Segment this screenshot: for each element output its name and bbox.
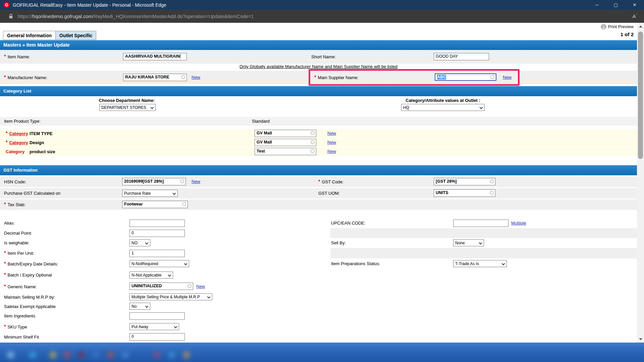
minimum-shelf-fit-row: Minimum Shelf Fit 0 bbox=[0, 333, 637, 342]
lookup-icon[interactable] bbox=[187, 284, 192, 288]
scroll-down-button[interactable] bbox=[637, 336, 644, 343]
category-row-design: *Category Design GV Mall New bbox=[0, 138, 637, 147]
tab-general-information[interactable]: General Information bbox=[3, 31, 56, 40]
alias-input[interactable] bbox=[129, 220, 185, 227]
decimal-point-input[interactable]: 0 bbox=[129, 230, 185, 237]
manufacturer-row: *Manufacturer Name: RAJU KIRANA STORE Ne… bbox=[0, 71, 637, 84]
item-product-type-value: Standard bbox=[252, 117, 270, 126]
required-marker: * bbox=[4, 201, 6, 207]
category-item-type-new-link[interactable]: New bbox=[327, 131, 336, 136]
hsn-code-input[interactable]: 20169099[GST 28%] bbox=[122, 178, 186, 185]
read-aloud-icon[interactable]: A bbox=[633, 13, 637, 19]
manufacturer-name-label: *Manufacturer Name: bbox=[4, 71, 47, 84]
maximize-button[interactable]: ▢ bbox=[606, 0, 625, 10]
chevron-down-icon bbox=[480, 106, 483, 109]
batch-expiry-details-select[interactable]: N-NotRequired bbox=[129, 260, 189, 267]
selected-text: ABC bbox=[437, 75, 446, 79]
windows-taskbar[interactable] bbox=[0, 343, 644, 362]
print-preview-button[interactable]: Print Preview bbox=[601, 24, 634, 29]
browser-window: G GOFRUGAL RetailEasy - Item Master Upda… bbox=[0, 0, 644, 362]
generic-name-new-link[interactable]: New bbox=[196, 284, 205, 289]
lookup-icon[interactable] bbox=[182, 202, 186, 206]
purchase-gst-select[interactable]: Purchase Rate bbox=[122, 190, 178, 197]
maintain-mrp-label: Maintain Selling M.R.P by: bbox=[4, 292, 55, 302]
category-label: Category bbox=[6, 149, 24, 154]
minimize-button[interactable]: ─ bbox=[588, 0, 606, 10]
item-per-unit-input[interactable]: 1 bbox=[129, 250, 185, 257]
main-supplier-new-link[interactable]: New bbox=[503, 75, 512, 80]
department-select[interactable]: DEPARTMENT STORES bbox=[99, 104, 156, 111]
item-ingredients-row: Item Ingredients bbox=[0, 311, 637, 321]
lookup-icon[interactable] bbox=[311, 140, 315, 144]
item-product-type-row: Item Product Type: Standard bbox=[0, 117, 637, 126]
lookup-icon[interactable] bbox=[311, 131, 315, 135]
is-weighable-label: Is weighable: bbox=[4, 238, 30, 248]
item-preparations-status-select[interactable]: T-Trade As Is bbox=[453, 260, 507, 267]
minimum-shelf-fit-label: Minimum Shelf Fit bbox=[4, 333, 39, 342]
site-security-icon[interactable] bbox=[9, 14, 13, 19]
chevron-down-icon bbox=[479, 241, 482, 245]
category-product-size-new-link[interactable]: New bbox=[327, 149, 336, 154]
chevron-down-icon bbox=[174, 325, 177, 328]
sku-type-label: *SKU Type bbox=[4, 321, 27, 333]
sku-type-select[interactable]: Put Away bbox=[129, 323, 179, 330]
window-controls: ─ ▢ ✕ bbox=[588, 0, 644, 10]
manufacturer-new-link[interactable]: New bbox=[192, 75, 200, 80]
scrollbar-thumb[interactable] bbox=[638, 32, 643, 159]
gst-uom-input[interactable]: UNITS bbox=[434, 189, 495, 197]
main-supplier-name-label: *Main Supplier Name: bbox=[314, 71, 359, 84]
category-name: product size bbox=[30, 147, 55, 156]
breadcrumb: Masters » Item Master Update bbox=[0, 40, 637, 50]
category-product-size-input[interactable]: Test bbox=[255, 148, 316, 155]
lookup-icon[interactable] bbox=[311, 149, 315, 153]
short-name-input[interactable]: GOOD DAY bbox=[434, 53, 489, 60]
gst-information-header: GST Information bbox=[0, 165, 637, 175]
item-ingredients-input[interactable] bbox=[129, 312, 185, 320]
category-label: Category bbox=[9, 131, 28, 136]
tax-slab-input[interactable]: Footwear bbox=[122, 201, 188, 208]
lookup-icon[interactable] bbox=[181, 75, 185, 79]
required-marker: * bbox=[4, 272, 6, 277]
category-item-type-input[interactable]: GV Mall bbox=[255, 130, 316, 137]
lookup-icon[interactable] bbox=[180, 179, 184, 183]
maintain-mrp-row: Maintain Selling M.R.P by: Multiple Sell… bbox=[0, 292, 637, 302]
batch-expiry-optional-select[interactable]: N-Not Applicable bbox=[129, 272, 173, 279]
scroll-up-button[interactable] bbox=[637, 23, 644, 30]
required-marker: * bbox=[6, 139, 7, 145]
sell-by-select[interactable]: None bbox=[453, 239, 484, 246]
manufacturer-name-input[interactable]: RAJU KIRANA STORE bbox=[123, 74, 187, 81]
maintain-mrp-select[interactable]: Multiple Selling Price & Multiple M.R.P bbox=[129, 293, 212, 300]
url-text: https://hqonlinedemo.gofrugal.com/RayMed… bbox=[18, 14, 254, 19]
upc-ean-input[interactable] bbox=[453, 220, 508, 227]
upc-multiple-link[interactable]: Multiple bbox=[511, 221, 526, 226]
minimum-shelf-fit-input[interactable]: 0 bbox=[129, 333, 185, 341]
item-ingredients-label: Item Ingredients bbox=[4, 311, 35, 321]
category-label: Category bbox=[9, 140, 28, 145]
tab-outlet-specific[interactable]: Outlet Specific bbox=[56, 31, 96, 40]
close-button[interactable]: ✕ bbox=[625, 0, 644, 10]
category-design-input[interactable]: GV Mall bbox=[255, 139, 316, 146]
browser-address-bar[interactable]: https://hqonlinedemo.gofrugal.com/RayMed… bbox=[0, 10, 644, 23]
required-marker: * bbox=[4, 261, 6, 266]
is-weighable-row: Is weighable: NO Sell By: None bbox=[0, 238, 637, 248]
saletax-exempt-select[interactable]: No bbox=[129, 303, 150, 310]
is-weighable-select[interactable]: NO bbox=[129, 239, 150, 246]
outlet-select[interactable]: HQ bbox=[401, 104, 485, 111]
required-marker: * bbox=[318, 179, 320, 184]
generic-name-input[interactable]: UNINITIALIZED bbox=[129, 283, 193, 290]
scrollbar[interactable] bbox=[637, 23, 644, 343]
category-name: ITEM TYPE bbox=[30, 129, 53, 138]
lookup-icon[interactable] bbox=[490, 191, 494, 195]
item-name-input[interactable]: AASHIRVAAD MULTIGRAIN bbox=[123, 53, 187, 60]
lookup-icon[interactable] bbox=[490, 179, 494, 183]
chevron-down-icon bbox=[145, 305, 149, 308]
purchase-gst-row: Purchase GST Calculated on Purchase Rate… bbox=[0, 188, 637, 198]
category-design-new-link[interactable]: New bbox=[327, 140, 336, 145]
lookup-icon[interactable] bbox=[490, 75, 494, 79]
hsn-code-new-link[interactable]: New bbox=[192, 179, 200, 184]
printer-icon bbox=[601, 24, 606, 29]
main-supplier-name-input[interactable]: ABC bbox=[435, 73, 496, 81]
gst-code-input[interactable]: [GST 28%] bbox=[434, 178, 495, 185]
gofrugal-logo-icon: G bbox=[4, 2, 10, 8]
department-row: Choose Department Name: DEPARTMENT STORE… bbox=[0, 96, 637, 111]
